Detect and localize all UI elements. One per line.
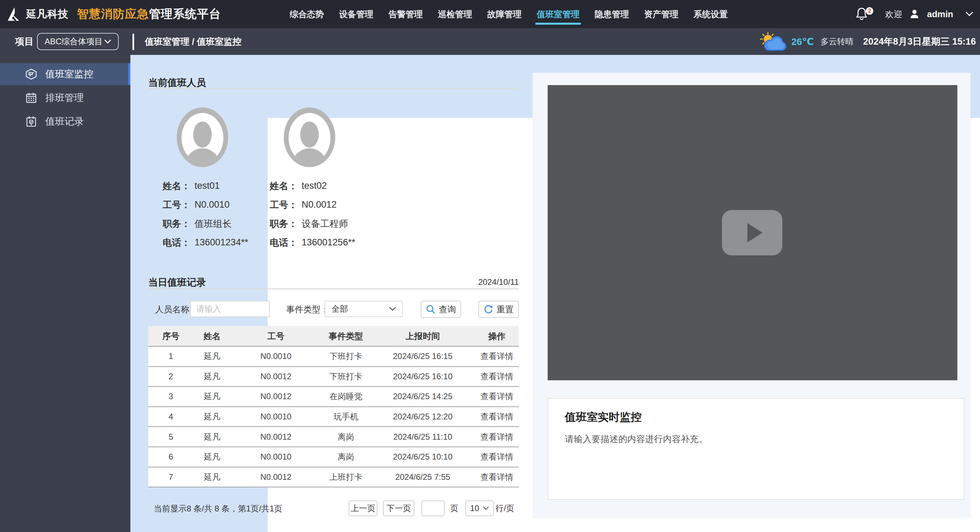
- nav-item-inspection[interactable]: 巡检管理: [438, 0, 472, 28]
- notification-button[interactable]: 2: [855, 6, 870, 22]
- cell-time: 2024/6/25 12:20: [371, 412, 475, 422]
- sidebar-item-duty-monitor[interactable]: 值班室监控: [0, 63, 130, 85]
- cell-name: 延凡: [194, 451, 231, 462]
- cell-id: N0.0010: [231, 412, 321, 422]
- person-1-role: 值班组长: [194, 218, 232, 230]
- avatar-person-2: [279, 107, 340, 167]
- search-icon: [426, 304, 436, 314]
- cell-id: N0.0012: [231, 372, 321, 381]
- phone-label: 电话：: [163, 236, 191, 249]
- nav-item-assets[interactable]: 资产管理: [644, 0, 678, 28]
- person-2-info: 姓名：test02 工号：N0.0012 职务：设备工程师 电话：1360012…: [270, 177, 380, 252]
- sidebar: 值班室监控 排班管理: [0, 55, 130, 532]
- view-details-link[interactable]: 查看详情: [475, 432, 519, 443]
- person-name-input[interactable]: [190, 301, 270, 317]
- prev-page-button[interactable]: 上一页: [348, 500, 377, 516]
- project-select-value: ABC综合体项目: [45, 36, 104, 47]
- rows-per-page-label: 行/页: [495, 500, 514, 516]
- cell-id: N0.0010: [231, 352, 321, 361]
- nav-item-settings[interactable]: 系统设置: [694, 0, 728, 28]
- duty-records-table: 序号 姓名 工号 事件类型 上报时间 操作 1 延凡 N0.0010 下班打卡 …: [148, 326, 519, 487]
- page-jump-input[interactable]: [422, 500, 445, 516]
- sidebar-active-accent: [128, 63, 130, 85]
- person-2-role: 设备工程师: [302, 218, 348, 230]
- cell-time: 2024/6/25 11:10: [371, 432, 475, 442]
- event-type-select[interactable]: 全部: [325, 301, 403, 317]
- weather-temperature: 26℃: [791, 36, 814, 47]
- person-2-phone: 136001256**: [302, 237, 355, 248]
- cell-event: 在岗睡觉: [321, 391, 371, 402]
- staff-section-divider: [148, 88, 518, 89]
- nav-item-alarms[interactable]: 告警管理: [388, 0, 423, 28]
- play-button[interactable]: [722, 210, 782, 255]
- view-details-link[interactable]: 查看详情: [475, 471, 519, 483]
- person-1-id: N0.0010: [194, 199, 229, 210]
- id-label: 工号：: [163, 199, 191, 211]
- col-header-action: 操作: [475, 331, 519, 342]
- col-header-no: 序号: [148, 331, 194, 342]
- page-suffix-label: 页: [450, 500, 458, 516]
- cell-no: 1: [148, 352, 194, 361]
- video-player[interactable]: [548, 85, 957, 380]
- project-label: 项目: [15, 28, 33, 55]
- col-header-name: 姓名: [194, 331, 231, 342]
- monitor-info-card: 值班室实时监控 请输入要描述的内容进行内容补充。: [548, 398, 964, 500]
- event-type-filter-label: 事件类型：: [286, 301, 329, 318]
- brand: 延凡科技 智慧消防应急 管理系统平台: [5, 0, 221, 28]
- cell-name: 延凡: [194, 411, 231, 422]
- app-root: 延凡科技 智慧消防应急 管理系统平台 综合态势 设备管理 告警管理 巡检管理 故…: [0, 0, 980, 532]
- sidebar-item-shift-management[interactable]: 排班管理: [0, 87, 130, 109]
- page-size-select[interactable]: 10: [465, 500, 494, 516]
- view-details-link[interactable]: 查看详情: [475, 391, 519, 402]
- monitor-card-title: 值班室实时监控: [565, 410, 642, 425]
- pagination-summary: 当前显示8 条/共 8 条，第1页/共1页: [154, 503, 282, 514]
- company-name: 延凡科技: [26, 7, 68, 21]
- page-size-chevron-down-icon: [483, 506, 489, 510]
- person-1-phone: 136001234**: [194, 237, 248, 248]
- cell-time: 2024/6/25 7:55: [371, 472, 475, 482]
- view-details-link[interactable]: 查看详情: [475, 451, 519, 462]
- avatar-person-1: [172, 107, 233, 167]
- user-menu-chevron-down-icon[interactable]: [966, 12, 973, 16]
- nav-item-situation[interactable]: 综合态势: [290, 0, 324, 28]
- nav-item-duty-room[interactable]: 值班室管理: [537, 0, 579, 28]
- nav-item-devices[interactable]: 设备管理: [339, 0, 373, 28]
- username-text[interactable]: admin: [927, 9, 953, 19]
- active-nav-underline: [535, 23, 581, 25]
- person-1-name: test01: [194, 180, 220, 191]
- topbar-right: 2 欢迎 admin: [855, 0, 973, 28]
- table-row: 6 延凡 N0.0010 离岗 2024/6/25 10:10 查看详情: [148, 447, 519, 467]
- project-select[interactable]: ABC综合体项目: [37, 33, 119, 50]
- table-header-row: 序号 姓名 工号 事件类型 上报时间 操作: [148, 326, 519, 347]
- nav-item-faults[interactable]: 故障管理: [487, 0, 522, 28]
- duty-record-icon: [25, 116, 37, 127]
- view-details-link[interactable]: 查看详情: [475, 411, 519, 422]
- col-header-event: 事件类型: [321, 331, 371, 342]
- cell-event: 下班打卡: [321, 371, 371, 382]
- view-details-link[interactable]: 查看详情: [475, 371, 519, 382]
- user-avatar-icon: [909, 9, 920, 19]
- records-date: 2024/10/11: [148, 277, 519, 287]
- shift-calendar-icon: [25, 92, 37, 104]
- search-button[interactable]: 查询: [421, 301, 461, 318]
- nav-item-duty-room-label: 值班室管理: [537, 9, 579, 20]
- table-row: 2 延凡 N0.0012 下班打卡 2024/6/25 16:10 查看详情: [148, 367, 519, 387]
- next-page-button[interactable]: 下一页: [383, 500, 415, 516]
- reset-button[interactable]: 重置: [478, 301, 519, 318]
- sidebar-item-duty-records[interactable]: 值班记录: [0, 110, 130, 132]
- col-header-id: 工号: [231, 331, 321, 342]
- cell-event: 下班打卡: [321, 351, 371, 362]
- welcome-text: 欢迎: [885, 9, 902, 20]
- cell-no: 4: [148, 412, 194, 422]
- weather-widget: 26℃ 多云转晴 2024年8月3日星期三 15:16: [758, 28, 976, 55]
- monitor-card-description: 请输入要描述的内容进行内容补充。: [565, 433, 708, 445]
- table-row: 4 延凡 N0.0010 玩手机 2024/6/25 12:20 查看详情: [148, 407, 519, 427]
- nav-item-hazards[interactable]: 隐患管理: [595, 0, 629, 28]
- play-icon: [747, 223, 762, 242]
- view-details-link[interactable]: 查看详情: [475, 351, 519, 362]
- cell-name: 延凡: [194, 371, 231, 382]
- role-label: 职务：: [163, 218, 191, 230]
- weather-condition: 多云转晴: [821, 36, 853, 47]
- role-label: 职务：: [270, 218, 298, 230]
- sidebar-item-label: 值班室监控: [45, 68, 93, 81]
